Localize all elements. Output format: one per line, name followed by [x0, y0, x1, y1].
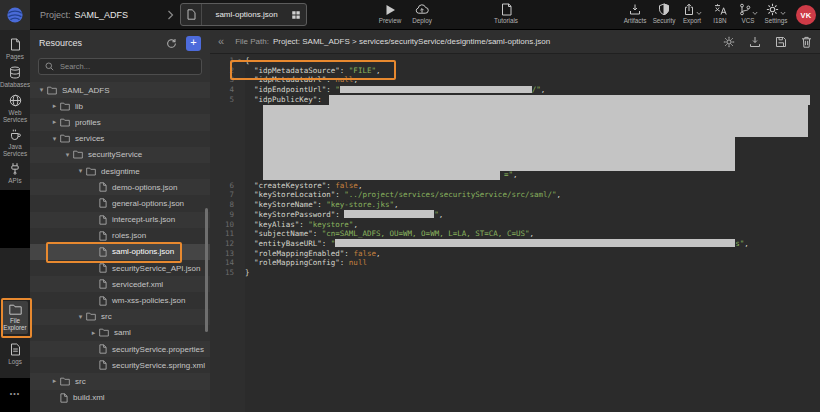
chevron-down-icon[interactable]: ▾	[36, 86, 47, 94]
chevron-right-icon[interactable]: ▸	[49, 377, 60, 385]
tree-item-securityservice[interactable]: ▾securityService	[30, 147, 210, 163]
code-token: s"	[735, 239, 744, 248]
tree-item-saml[interactable]: ▸saml	[30, 325, 210, 341]
user-avatar[interactable]: VK	[796, 5, 816, 25]
sidebar-item-apis[interactable]: APIs	[0, 162, 30, 184]
tree-item-servicedef-xml[interactable]: servicedef.xml	[30, 276, 210, 292]
editor-delete-trash-icon[interactable]	[801, 36, 812, 48]
search-box[interactable]	[38, 58, 202, 75]
code-line-11[interactable]: 11 "subjectName": "cn=SAML_ADFS, OU=WM, …	[210, 229, 820, 239]
tab-label: saml-options.json	[202, 10, 291, 19]
code-token: null	[349, 258, 367, 267]
tree-item-src[interactable]: ▸src	[30, 373, 210, 389]
tree-item-securityservice-spring-xml[interactable]: securityService.spring.xml	[30, 357, 210, 373]
tab-saml-options[interactable]: saml-options.json	[180, 3, 307, 26]
tree-item-services[interactable]: ▾services	[30, 131, 210, 147]
tree-item-profiles[interactable]: ▸profiles	[30, 114, 210, 130]
code-token: /"	[532, 85, 541, 94]
file-icon	[99, 279, 107, 289]
code-token: "keyStorePassword":	[245, 210, 344, 219]
tree-item-securityservice-properties[interactable]: securityService.properties	[30, 341, 210, 357]
redacted-block	[329, 95, 810, 106]
code-line-5[interactable]: 5 "idpPublicKey": =",	[210, 95, 820, 181]
search-input[interactable]	[58, 61, 195, 72]
tree-item-label: services	[75, 134, 104, 143]
tree-item-roles-json[interactable]: roles.json	[30, 228, 210, 244]
sidebar-item-logs[interactable]: Logs	[0, 343, 30, 365]
code-line-15[interactable]: 15}	[210, 268, 820, 278]
code-line-10[interactable]: 10 "keyAlias": "keystore",	[210, 220, 820, 230]
add-resource-button[interactable]: +	[186, 36, 201, 51]
code-line-1[interactable]: 1▾{	[210, 56, 820, 66]
settings-button[interactable]: Settings	[758, 3, 794, 24]
chevron-down-icon[interactable]: ▾	[75, 313, 86, 321]
download-tray-icon	[629, 3, 641, 16]
chevron-down-icon[interactable]: ▾	[62, 151, 73, 159]
file-icon	[99, 344, 107, 354]
code-token: "subjectName":	[245, 229, 322, 238]
chevron-down-icon[interactable]: ▾	[49, 135, 60, 143]
line-number: 14	[210, 258, 234, 268]
code-line-8[interactable]: 8 "keyStoreName": "key-store.jks",	[210, 200, 820, 210]
tree-scrollbar-thumb[interactable]	[205, 208, 208, 332]
refresh-icon[interactable]	[166, 38, 177, 49]
sidebar-item-java-services[interactable]: Java Services	[0, 128, 30, 158]
code-token: ,	[439, 210, 444, 219]
editor-download-icon[interactable]	[749, 36, 761, 48]
preview-button[interactable]: Preview	[372, 3, 408, 24]
line-number: 1	[210, 56, 234, 66]
tree-item-securityservice-api-json[interactable]: securityService_API.json	[30, 260, 210, 276]
code-line-6[interactable]: 6 "createKeystore": false,	[210, 181, 820, 191]
code-line-3[interactable]: 3 "idpMetadataUrl": null,	[210, 75, 820, 85]
tutorials-button[interactable]: Tutorials	[488, 3, 524, 24]
chevron-right-icon[interactable]: ▸	[88, 329, 99, 337]
tree-item-label: securityService_API.json	[112, 264, 200, 273]
chevron-right-icon[interactable]: ▸	[49, 102, 60, 110]
tree-item-build-xml[interactable]: build.xml	[30, 390, 210, 406]
app-logo[interactable]	[0, 0, 30, 30]
tree-item-general-options-json[interactable]: general-options.json	[30, 195, 210, 211]
sidebar-item-databases[interactable]: Databases	[0, 66, 30, 88]
tree-item-saml-options-json[interactable]: saml-options.json	[30, 244, 210, 260]
tree-item-intercept-urls-json[interactable]: intercept-urls.json	[30, 212, 210, 228]
tree-item-wm-xss-policies-json[interactable]: wm-xss-policies.json	[30, 292, 210, 308]
chevron-down-icon	[752, 11, 758, 16]
editor-save-icon[interactable]	[775, 36, 787, 48]
chevron-right-icon[interactable]: ▸	[49, 118, 60, 126]
line-number: 8	[210, 200, 234, 210]
folder-icon	[86, 312, 96, 321]
tree-item-lib[interactable]: ▸lib	[30, 98, 210, 114]
code-line-7[interactable]: 7 "keyStoreLocation": "../project/servic…	[210, 190, 820, 200]
deploy-button[interactable]: Deploy	[404, 3, 440, 24]
editor-header: « File Path: Project: SAML_ADFS > servic…	[210, 30, 820, 54]
chevron-down-icon	[696, 11, 702, 16]
sidebar-item-file-explorer[interactable]: File Explorer	[2, 301, 28, 334]
tree-item-demo-options-json[interactable]: demo-options.json	[30, 179, 210, 195]
code-editor[interactable]: 1▾{2 "idpMetadataSource": "FILE",3 "idpM…	[210, 54, 820, 278]
line-number: 15	[210, 268, 234, 278]
file-icon	[99, 263, 107, 273]
more-options-icon[interactable]: •••	[0, 390, 30, 397]
sidebar-item-pages[interactable]: Pages	[0, 38, 30, 60]
code-line-9[interactable]: 9 "keyStorePassword": ",	[210, 210, 820, 220]
code-token: "entityBaseURL":	[245, 239, 331, 248]
code-line-13[interactable]: 13 "roleMappingEnabled": false,	[210, 249, 820, 259]
tree-item-src[interactable]: ▾src	[30, 309, 210, 325]
grid-view-icon[interactable]	[291, 10, 301, 20]
code-line-14[interactable]: 14 "roleMappingConfig": null	[210, 258, 820, 268]
code-line-12[interactable]: 12 "entityBaseURL": "s",	[210, 239, 820, 249]
code-line-2[interactable]: 2 "idpMetadataSource": "FILE",	[210, 66, 820, 76]
tree-item-designtime[interactable]: ▾designtime	[30, 163, 210, 179]
branch-icon	[739, 3, 751, 16]
fold-arrow-icon[interactable]: ▾	[234, 56, 245, 66]
code-line-4[interactable]: 4 "idpEndpointUrl": "/",	[210, 85, 820, 95]
line-number: 11	[210, 229, 234, 239]
collapse-panel-icon[interactable]: «	[218, 36, 224, 47]
log-file-icon	[10, 343, 21, 356]
code-token: ,	[358, 181, 363, 190]
tree-item-saml-adfs[interactable]: ▾SAML_ADFS	[30, 82, 210, 98]
sidebar-item-web-services[interactable]: Web Services	[0, 94, 30, 124]
editor-settings-gear-icon[interactable]	[723, 36, 735, 48]
chevron-down-icon[interactable]: ▾	[75, 167, 86, 175]
code-line-content: "roleMappingConfig": null	[245, 258, 820, 268]
